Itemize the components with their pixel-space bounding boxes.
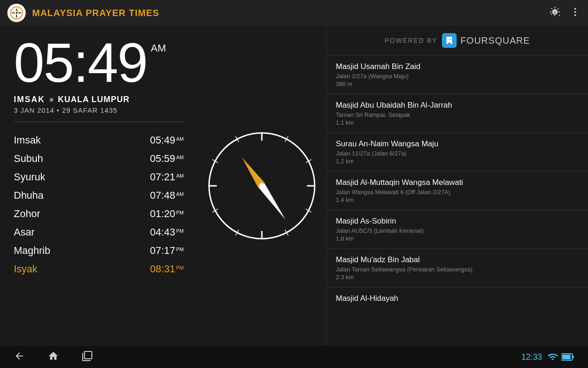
- wifi-icon: [548, 352, 558, 362]
- svg-point-7: [574, 8, 576, 10]
- mosque-name: Masjid Al-Muttaqin Wangsa Melawati: [336, 178, 579, 187]
- foursquare-icon: [442, 33, 457, 48]
- foursquare-logo: FOURSQUARE: [442, 33, 530, 48]
- mosque-address: Jalan 11/27a (Jalan 6/27a): [336, 150, 579, 157]
- date-separator: •: [57, 106, 60, 114]
- mosque-distance: 1.1 km: [336, 119, 579, 126]
- app-logo: [7, 4, 26, 22]
- mosque-item[interactable]: Masjid As-SobirinJalan AU5C/5 (Lembah Ke…: [327, 210, 588, 249]
- prayer-name: Maghrib: [14, 245, 50, 257]
- status-right: 12:33: [521, 352, 574, 362]
- mosque-distance: 1.2 km: [336, 158, 579, 165]
- mosque-list[interactable]: Masjid Usamah Bin ZaidJalan 2/27a (Wangs…: [327, 56, 588, 346]
- prayer-time: 04:43PM: [150, 226, 184, 238]
- hijri-date: 29 SAFAR 1435: [62, 106, 118, 114]
- prayer-row: Subuh05:59AM: [14, 150, 184, 168]
- status-icons: [548, 352, 574, 362]
- powered-by-bar: POWERED BY FOURSQUARE: [327, 26, 588, 56]
- mosque-item[interactable]: Masjid Abu Ubaidah Bin Al-JarrahTaman Sr…: [327, 94, 588, 133]
- mosque-item[interactable]: Masjid Al-Muttaqin Wangsa MelawatiJalan …: [327, 172, 588, 210]
- mosque-distance: 1.4 km: [336, 196, 579, 203]
- app-title: MALAYSIA PRAYER TIMES: [32, 8, 549, 18]
- date-display: 3 JAN 2014 • 29 SAFAR 1435: [14, 106, 184, 114]
- status-clock: 12:33: [521, 352, 542, 362]
- mosque-address: Jalan Taman Setiawangsa (Persiaran Setia…: [336, 266, 579, 273]
- mosque-item[interactable]: Masjid Usamah Bin ZaidJalan 2/27a (Wangs…: [327, 56, 588, 94]
- svg-point-1: [16, 12, 17, 14]
- mosque-item[interactable]: Masjid Al-Hidayah: [327, 288, 588, 311]
- prayer-times-table: Imsak05:49AMSubuh05:59AMSyuruk07:21AMDhu…: [14, 131, 184, 337]
- main-content: 05:49 AM IMSAK KUALA LUMPUR 3 JAN 2014 •…: [0, 26, 588, 346]
- prayer-time: 07:48AM: [150, 190, 184, 201]
- bottom-bar: 12:33: [0, 346, 588, 368]
- nav-home-button[interactable]: [48, 351, 59, 364]
- nav-buttons: [14, 351, 93, 364]
- svg-point-8: [574, 11, 576, 13]
- svg-rect-28: [572, 356, 574, 358]
- mosque-distance: 380 m: [336, 80, 579, 87]
- current-prayer-label: IMSAK: [14, 95, 45, 104]
- mosque-name: Surau An-Naim Wangsa Maju: [336, 139, 579, 149]
- mosque-distance: 1.8 km: [336, 235, 579, 242]
- powered-by-label: POWERED BY: [384, 37, 437, 44]
- location-dot-icon: [50, 98, 53, 102]
- prayer-row: Asar04:43PM: [14, 223, 184, 242]
- prayer-name: Zohor: [14, 208, 40, 220]
- prayer-row: Imsak05:49AM: [14, 131, 184, 150]
- mosque-name: Masjid Al-Hidayah: [336, 294, 579, 303]
- prayer-name: Dhuha: [14, 190, 44, 201]
- mosque-address: Taman Sri Rampai, Setapak: [336, 111, 579, 118]
- prayer-name: Imsak: [14, 134, 41, 146]
- prayer-label-row: IMSAK KUALA LUMPUR: [14, 95, 184, 104]
- prayer-time: 07:21AM: [150, 171, 184, 183]
- prayer-name: Asar: [14, 226, 34, 238]
- mosque-address: Jalan 2/27a (Wangsa Maju): [336, 73, 579, 80]
- battery-icon: [561, 352, 574, 362]
- svg-rect-27: [562, 355, 571, 359]
- mosque-address: Jalan Wangsa Melawati 6 (Off Jalan 2/27A…: [336, 189, 579, 196]
- prayer-name: Subuh: [14, 153, 43, 165]
- mosque-item[interactable]: Surau An-Naim Wangsa MajuJalan 11/27a (J…: [327, 133, 588, 172]
- svg-point-25: [259, 183, 265, 189]
- top-bar: MALAYSIA PRAYER TIMES: [0, 0, 588, 26]
- nav-recents-button[interactable]: [82, 351, 93, 364]
- left-panel: 05:49 AM IMSAK KUALA LUMPUR 3 JAN 2014 •…: [0, 26, 198, 346]
- compass: [207, 131, 317, 241]
- more-options-icon[interactable]: [570, 6, 581, 19]
- prayer-time: 08:31PM: [150, 263, 184, 275]
- foursquare-name: FOURSQUARE: [460, 35, 530, 46]
- top-bar-actions: [549, 6, 581, 19]
- alarm-icon[interactable]: [549, 6, 560, 19]
- prayer-row: Zohor01:20PM: [14, 205, 184, 223]
- mosque-address: Jalan AU5C/5 (Lembah Keramat): [336, 227, 579, 234]
- clock-display: 05:49: [14, 35, 147, 90]
- prayer-row: Dhuha07:48AM: [14, 186, 184, 205]
- mosque-name: Masjid Usamah Bin Zaid: [336, 62, 579, 71]
- compass-svg: [207, 131, 317, 241]
- right-panel: POWERED BY FOURSQUARE Masjid Usamah Bin …: [326, 26, 588, 346]
- mosque-item[interactable]: Masjid Mu'adz Bin JabalJalan Taman Setia…: [327, 249, 588, 288]
- mosque-name: Masjid Mu'adz Bin Jabal: [336, 255, 579, 264]
- mosque-name: Masjid As-Sobirin: [336, 217, 579, 226]
- svg-point-9: [574, 14, 576, 16]
- gregorian-date: 3 JAN 2014: [14, 106, 54, 114]
- prayer-name: Syuruk: [14, 171, 45, 183]
- prayer-name: Isyak: [14, 263, 37, 275]
- prayer-row: Isyak08:31PM: [14, 260, 184, 278]
- prayer-time: 05:59AM: [150, 153, 184, 165]
- prayer-row: Syuruk07:21AM: [14, 168, 184, 186]
- divider: [14, 121, 184, 122]
- prayer-time: 07:17PM: [150, 245, 184, 257]
- mosque-name: Masjid Abu Ubaidah Bin Al-Jarrah: [336, 101, 579, 110]
- prayer-time: 01:20PM: [150, 208, 184, 220]
- nav-back-button[interactable]: [14, 351, 25, 364]
- location-name: KUALA LUMPUR: [58, 95, 130, 104]
- svg-marker-23: [259, 184, 288, 222]
- clock-section: 05:49 AM: [14, 35, 184, 90]
- clock-ampm: AM: [151, 42, 166, 54]
- prayer-time: 05:49AM: [150, 134, 184, 146]
- compass-section: [198, 26, 326, 346]
- mosque-distance: 2.3 km: [336, 274, 579, 281]
- prayer-row: Maghrib07:17PM: [14, 242, 184, 260]
